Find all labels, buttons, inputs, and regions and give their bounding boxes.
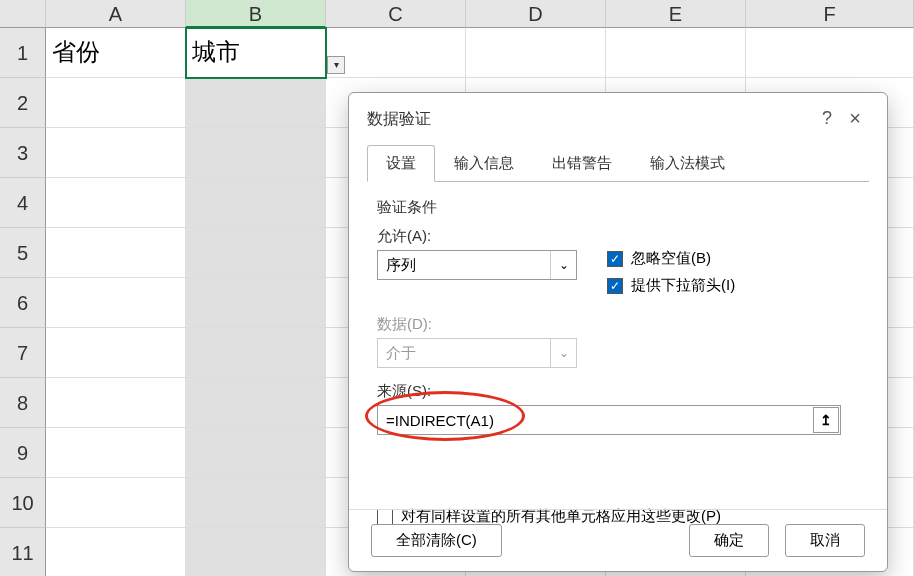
col-header-D[interactable]: D: [466, 0, 606, 28]
row-header-11[interactable]: 11: [0, 528, 46, 576]
row-header-3[interactable]: 3: [0, 128, 46, 178]
cell-E1[interactable]: [606, 28, 746, 78]
cell-B1[interactable]: 城市 ▾: [186, 28, 326, 78]
tab-settings[interactable]: 设置: [367, 145, 435, 182]
clear-all-button[interactable]: 全部清除(C): [371, 524, 502, 557]
cell-A5[interactable]: [46, 228, 186, 278]
in-cell-dropdown-label: 提供下拉箭头(I): [631, 276, 735, 295]
row-header-5[interactable]: 5: [0, 228, 46, 278]
dialog-title: 数据验证: [367, 109, 813, 130]
row-header-6[interactable]: 6: [0, 278, 46, 328]
cell-A7[interactable]: [46, 328, 186, 378]
cell-B3[interactable]: [186, 128, 326, 178]
chevron-down-icon: ⌄: [550, 339, 576, 367]
tab-error-alert[interactable]: 出错警告: [533, 145, 631, 182]
cell-A2[interactable]: [46, 78, 186, 128]
cell-A11[interactable]: [46, 528, 186, 576]
data-validation-dialog: 数据验证 ? × 设置 输入信息 出错警告 输入法模式 验证条件 允许(A): …: [348, 92, 888, 572]
row-header-4[interactable]: 4: [0, 178, 46, 228]
cell-B4[interactable]: [186, 178, 326, 228]
close-button[interactable]: ×: [841, 105, 869, 133]
cell-B11[interactable]: [186, 528, 326, 576]
ok-button[interactable]: 确定: [689, 524, 769, 557]
row-1: 1 省份 城市 ▾: [0, 28, 914, 78]
allow-value: 序列: [386, 256, 416, 275]
row-header-7[interactable]: 7: [0, 328, 46, 378]
select-all-corner[interactable]: [0, 0, 46, 28]
cell-A8[interactable]: [46, 378, 186, 428]
cell-B7[interactable]: [186, 328, 326, 378]
row-header-2[interactable]: 2: [0, 78, 46, 128]
chevron-down-icon: ⌄: [550, 251, 576, 279]
help-button[interactable]: ?: [813, 105, 841, 133]
cell-D1[interactable]: [466, 28, 606, 78]
cell-B6[interactable]: [186, 278, 326, 328]
cell-F1[interactable]: [746, 28, 914, 78]
cell-A10[interactable]: [46, 478, 186, 528]
col-header-A[interactable]: A: [46, 0, 186, 28]
data-value: 介于: [386, 344, 416, 363]
dialog-header: 数据验证 ? ×: [349, 93, 887, 141]
cell-A1[interactable]: 省份: [46, 28, 186, 78]
col-header-E[interactable]: E: [606, 0, 746, 28]
tab-ime-mode[interactable]: 输入法模式: [631, 145, 744, 182]
col-header-C[interactable]: C: [326, 0, 466, 28]
row-header-10[interactable]: 10: [0, 478, 46, 528]
row-header-1[interactable]: 1: [0, 28, 46, 78]
cell-B8[interactable]: [186, 378, 326, 428]
cell-A4[interactable]: [46, 178, 186, 228]
in-cell-dropdown-checkbox[interactable]: ✓: [607, 278, 623, 294]
allow-select[interactable]: 序列 ⌄: [377, 250, 577, 280]
column-headers-row: A B C D E F: [0, 0, 914, 28]
col-header-B[interactable]: B: [186, 0, 326, 28]
cell-A3[interactable]: [46, 128, 186, 178]
cell-A9[interactable]: [46, 428, 186, 478]
tab-input-message[interactable]: 输入信息: [435, 145, 533, 182]
cell-B10[interactable]: [186, 478, 326, 528]
source-label: 来源(S):: [377, 382, 859, 401]
row-header-8[interactable]: 8: [0, 378, 46, 428]
col-header-F[interactable]: F: [746, 0, 914, 28]
cell-C1[interactable]: [326, 28, 466, 78]
cell-B1-text: 城市: [192, 38, 240, 65]
cancel-button[interactable]: 取消: [785, 524, 865, 557]
range-selector-button[interactable]: ↥: [813, 407, 839, 433]
cell-B2[interactable]: [186, 78, 326, 128]
cell-B9[interactable]: [186, 428, 326, 478]
dialog-footer: 全部清除(C) 确定 取消: [349, 509, 887, 571]
cell-B5[interactable]: [186, 228, 326, 278]
cell-A6[interactable]: [46, 278, 186, 328]
dialog-tabs: 设置 输入信息 出错警告 输入法模式: [349, 141, 887, 182]
row-header-9[interactable]: 9: [0, 428, 46, 478]
data-label: 数据(D):: [377, 315, 859, 334]
allow-label: 允许(A):: [377, 227, 577, 246]
data-select: 介于 ⌄: [377, 338, 577, 368]
dialog-body: 验证条件 允许(A): 序列 ⌄ ✓ 忽略空值(B) ✓ 提供下拉箭头(I): [349, 182, 887, 542]
ignore-blank-checkbox[interactable]: ✓: [607, 251, 623, 267]
ignore-blank-label: 忽略空值(B): [631, 249, 711, 268]
source-input[interactable]: [377, 405, 841, 435]
validation-criteria-label: 验证条件: [377, 198, 859, 217]
dropdown-arrow-icon[interactable]: ▾: [327, 56, 345, 74]
